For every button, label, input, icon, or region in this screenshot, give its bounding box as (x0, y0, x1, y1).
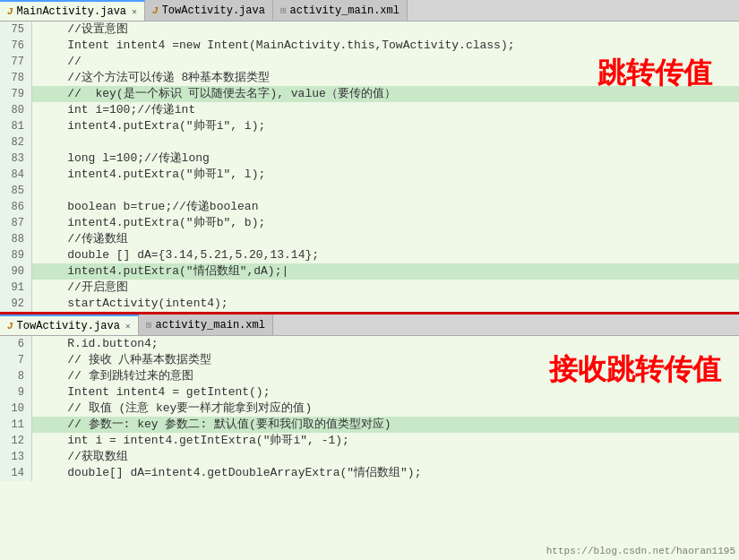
tab-tow-activity2-label: TowActivity.java (17, 320, 120, 332)
code-line: 89 double [] dA={3.14,5.21,5.20,13.14}; (0, 247, 739, 263)
line-number: 90 (0, 263, 32, 280)
line-content[interactable]: startActivity(intent4); (32, 296, 228, 312)
line-content[interactable]: double [] dA={3.14,5.21,5.20,13.14}; (32, 247, 319, 263)
code-line: 88 //传递数组 (0, 231, 739, 247)
editor-container: J MainActivity.java ✕ J TowActivity.java… (0, 0, 739, 560)
line-number: 80 (0, 102, 32, 118)
tab-main-activity[interactable]: J MainActivity.java ✕ (0, 0, 145, 21)
watermark: https://blog.csdn.net/haoran1195 (546, 546, 735, 556)
code-line: 83 long l=100;//传递long (0, 151, 739, 167)
code-line: 10 // 取值 (注意 key要一样才能拿到对应的值) (0, 401, 739, 417)
java-icon2: J (152, 5, 159, 16)
line-content[interactable]: Intent intent4 = getIntent(); (32, 384, 270, 401)
code-line: 81 intent4.putExtra("帅哥i", i); (0, 118, 739, 134)
top-panel: J MainActivity.java ✕ J TowActivity.java… (0, 0, 739, 314)
code-line: 7 // 接收 八种基本数据类型 (0, 352, 739, 368)
java-icon3: J (7, 321, 13, 332)
code-line: 14 double[] dA=intent4.getDoubleArrayExt… (0, 465, 739, 481)
line-number: 13 (0, 449, 32, 465)
code-line: 86 boolean b=true;//传递boolean (0, 199, 739, 215)
line-number: 83 (0, 151, 32, 167)
code-line: 85 (0, 183, 739, 199)
tab-activity-main-xml2[interactable]: ⊞ activity_main.xml (139, 314, 273, 335)
line-content[interactable]: double[] dA=intent4.getDoubleArrayExtra(… (32, 465, 421, 481)
line-number: 12 (0, 433, 32, 449)
line-content[interactable]: intent4.putExtra("帅哥l", l); (32, 167, 265, 183)
line-content[interactable]: // (32, 54, 82, 70)
tab-activity-main-xml-label: activity_main.xml (290, 4, 400, 17)
line-content[interactable]: long l=100;//传递long (32, 151, 210, 167)
line-content[interactable]: int i=100;//传递int (32, 102, 195, 118)
line-content[interactable]: //设置意图 (32, 22, 128, 38)
line-number: 75 (0, 22, 32, 38)
bottom-tab-bar: J TowActivity.java ✕ ⊞ activity_main.xml (0, 314, 739, 336)
code-line: 78 //这个方法可以传递 8种基本数据类型 (0, 70, 739, 86)
line-number: 7 (0, 352, 32, 368)
line-number: 88 (0, 231, 32, 247)
line-content[interactable]: // key(是一个标识 可以随便去名字), value（要传的值） (32, 86, 396, 102)
line-number: 78 (0, 70, 32, 86)
line-content[interactable]: // 参数一: key 参数二: 默认值(要和我们取的值类型对应) (32, 417, 391, 433)
top-tab-bar: J MainActivity.java ✕ J TowActivity.java… (0, 0, 739, 22)
line-number: 92 (0, 296, 32, 312)
tab-activity-main-xml2-label: activity_main.xml (155, 319, 264, 332)
line-content[interactable]: //开启意图 (32, 280, 128, 296)
line-content[interactable]: //传递数组 (32, 231, 128, 247)
line-number: 91 (0, 280, 32, 296)
code-line: 76 Intent intent4 =new Intent(MainActivi… (0, 38, 739, 54)
code-line: 8 // 拿到跳转过来的意图 (0, 368, 739, 384)
line-content[interactable]: boolean b=true;//传递boolean (32, 199, 258, 215)
line-number: 86 (0, 199, 32, 215)
tab-main-activity-close[interactable]: ✕ (132, 6, 137, 17)
code-line: 91 //开启意图 (0, 280, 739, 296)
tab-tow-activity2-close[interactable]: ✕ (125, 321, 131, 332)
code-line: 92 startActivity(intent4); (0, 296, 739, 312)
line-content[interactable]: int i = intent4.getIntExtra("帅哥i", -1); (32, 433, 349, 449)
top-code-area: 75 //设置意图76 Intent intent4 =new Intent(M… (0, 22, 739, 312)
xml-icon: ⊞ (280, 4, 287, 16)
line-content[interactable]: intent4.putExtra("帅哥i", i); (32, 118, 265, 134)
line-number: 79 (0, 86, 32, 102)
code-line: 79 // key(是一个标识 可以随便去名字), value（要传的值） (0, 86, 739, 102)
line-number: 84 (0, 167, 32, 183)
line-number: 14 (0, 465, 32, 481)
line-number: 81 (0, 118, 32, 134)
line-content[interactable]: intent4.putExtra("帅哥b", b); (32, 215, 265, 231)
code-line: 6 R.id.button4; (0, 336, 739, 352)
code-line: 11 // 参数一: key 参数二: 默认值(要和我们取的值类型对应) (0, 417, 739, 433)
xml-icon2: ⊞ (146, 319, 152, 331)
java-icon: J (7, 6, 13, 17)
line-content[interactable]: //这个方法可以传递 8种基本数据类型 (32, 70, 270, 86)
line-number: 10 (0, 401, 32, 417)
line-content[interactable]: intent4.putExtra("情侣数组",dA);| (32, 263, 288, 280)
code-line: 13 //获取数组 (0, 449, 739, 465)
line-number: 77 (0, 54, 32, 70)
code-line: 87 intent4.putExtra("帅哥b", b); (0, 215, 739, 231)
tab-tow-activity2[interactable]: J TowActivity.java ✕ (0, 314, 139, 335)
line-number: 9 (0, 384, 32, 401)
code-line: 80 int i=100;//传递int (0, 102, 739, 118)
line-number: 76 (0, 38, 32, 54)
line-content[interactable]: R.id.button4; (32, 336, 159, 352)
code-line: 77 // (0, 54, 739, 70)
line-number: 6 (0, 336, 32, 352)
line-number: 85 (0, 183, 32, 199)
line-content[interactable]: // 拿到跳转过来的意图 (32, 368, 193, 384)
line-number: 11 (0, 417, 32, 433)
tab-tow-activity[interactable]: J TowActivity.java (145, 0, 273, 21)
line-content[interactable]: Intent intent4 =new Intent(MainActivity.… (32, 38, 515, 54)
code-line: 90 intent4.putExtra("情侣数组",dA);| (0, 263, 739, 280)
tab-tow-activity-label: TowActivity.java (162, 4, 265, 17)
line-number: 87 (0, 215, 32, 231)
tab-activity-main-xml[interactable]: ⊞ activity_main.xml (273, 0, 408, 21)
code-line: 12 int i = intent4.getIntExtra("帅哥i", -1… (0, 433, 739, 449)
line-content[interactable]: // 取值 (注意 key要一样才能拿到对应的值) (32, 401, 312, 417)
line-content[interactable]: //获取数组 (32, 449, 128, 465)
bottom-code-area: 6 R.id.button4;7 // 接收 八种基本数据类型8 // 拿到跳转… (0, 336, 739, 481)
code-line: 75 //设置意图 (0, 22, 739, 38)
line-content[interactable]: // 接收 八种基本数据类型 (32, 352, 211, 368)
line-number: 8 (0, 368, 32, 384)
line-number: 82 (0, 134, 32, 151)
code-line: 82 (0, 134, 739, 151)
code-line: 9 Intent intent4 = getIntent(); (0, 384, 739, 401)
